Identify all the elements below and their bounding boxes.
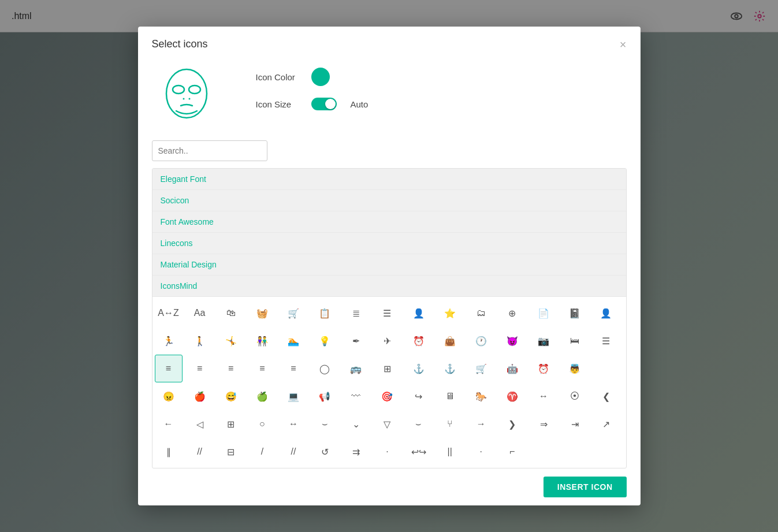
icon-cell[interactable]: ⌣: [311, 410, 338, 438]
icon-cell[interactable]: 😅: [217, 382, 245, 410]
modal-close-button[interactable]: ×: [620, 39, 627, 50]
icon-cell[interactable]: 📓: [561, 299, 589, 327]
icon-cell[interactable]: ↔: [280, 410, 307, 438]
insert-icon-button[interactable]: INSERT ICON: [544, 477, 627, 497]
icon-cell[interactable]: ||: [436, 438, 464, 466]
icon-cell[interactable]: ↪: [405, 382, 433, 410]
icon-cell[interactable]: ⇉: [342, 438, 370, 466]
icon-cell[interactable]: 🕐: [467, 327, 495, 355]
icon-cell[interactable]: ⌣: [405, 410, 433, 438]
icon-cell[interactable]: ☰: [592, 327, 620, 355]
icon-size-toggle[interactable]: [311, 98, 337, 110]
icon-cell[interactable]: ≡: [248, 355, 276, 382]
icon-cell[interactable]: Aa: [186, 299, 214, 327]
icon-cell[interactable]: [561, 438, 589, 466]
icon-cell[interactable]: ↔: [530, 382, 557, 410]
icon-cell[interactable]: 🚶: [186, 327, 214, 355]
category-elegant-font[interactable]: Elegant Font: [152, 169, 626, 190]
icon-cell[interactable]: [592, 355, 620, 382]
icon-cell[interactable]: ❮: [592, 382, 620, 410]
icon-cell[interactable]: ⊕: [498, 299, 526, 327]
icon-cell[interactable]: 🐎: [467, 382, 495, 410]
icon-cell[interactable]: ⑂: [436, 410, 464, 438]
icon-cell[interactable]: ↗: [592, 410, 620, 438]
icon-cell[interactable]: ·: [467, 438, 495, 466]
icon-cell[interactable]: ⏰: [405, 327, 433, 355]
icon-cell[interactable]: ≣: [342, 299, 370, 327]
icon-cell[interactable]: A↔Z: [155, 299, 183, 327]
category-iconsmind[interactable]: IconsMind: [152, 276, 626, 297]
icon-cell[interactable]: →: [467, 410, 495, 438]
icon-cell[interactable]: ✈: [373, 327, 401, 355]
category-material-design[interactable]: Material Design: [152, 254, 626, 276]
icon-cell[interactable]: ↩↪: [405, 438, 433, 466]
icon-cell[interactable]: 😈: [498, 327, 526, 355]
icon-cell[interactable]: //: [280, 438, 307, 466]
icon-cell[interactable]: ⊞: [373, 355, 401, 382]
icon-cell[interactable]: 👤: [405, 299, 433, 327]
icon-cell[interactable]: 🤸: [217, 327, 245, 355]
icon-cell[interactable]: ⏰: [530, 355, 557, 382]
icon-cell[interactable]: ♈: [498, 382, 526, 410]
icon-cell[interactable]: ⦿: [561, 382, 589, 410]
icon-cell[interactable]: [592, 438, 620, 466]
icon-cell[interactable]: 📢: [311, 382, 338, 410]
icon-cell[interactable]: 🛒: [280, 299, 307, 327]
icon-cell[interactable]: /: [248, 438, 276, 466]
icon-cell[interactable]: 🗂: [467, 299, 495, 327]
icon-cell[interactable]: ·: [373, 438, 401, 466]
icon-cell[interactable]: 〰: [342, 382, 370, 410]
category-socicon[interactable]: Socicon: [152, 190, 626, 211]
icon-cell[interactable]: //: [186, 438, 214, 466]
icon-color-picker[interactable]: [311, 68, 330, 86]
icon-cell[interactable]: ⌐: [498, 438, 526, 466]
icon-cell[interactable]: ←: [155, 410, 183, 438]
icon-scroll-area[interactable]: Elegant Font Socicon Font Awesome Lineco…: [152, 169, 626, 468]
icon-cell[interactable]: ↺: [311, 438, 338, 466]
icon-cell[interactable]: 🏃: [155, 327, 183, 355]
icon-cell[interactable]: ☰: [373, 299, 401, 327]
icon-cell[interactable]: 💻: [280, 382, 307, 410]
icon-cell[interactable]: 😠: [155, 382, 183, 410]
icon-cell[interactable]: 🍎: [186, 382, 214, 410]
icon-cell[interactable]: ○: [248, 410, 276, 438]
icon-cell[interactable]: ⇒: [530, 410, 557, 438]
icon-cell[interactable]: ⇥: [561, 410, 589, 438]
icon-cell[interactable]: ▽: [373, 410, 401, 438]
icon-cell[interactable]: 🏊: [280, 327, 307, 355]
icon-cell[interactable]: 🛒: [467, 355, 495, 382]
category-linecons[interactable]: Linecons: [152, 233, 626, 254]
icon-cell[interactable]: 🛏: [561, 327, 589, 355]
icon-cell[interactable]: 🤖: [498, 355, 526, 382]
icon-cell[interactable]: ◁: [186, 410, 214, 438]
icon-cell[interactable]: ◯: [311, 355, 338, 382]
icon-cell[interactable]: 🚌: [342, 355, 370, 382]
icon-cell[interactable]: ⌄: [342, 410, 370, 438]
icon-cell[interactable]: 🖥: [436, 382, 464, 410]
icon-cell[interactable]: 👜: [436, 327, 464, 355]
icon-cell[interactable]: 📄: [530, 299, 557, 327]
icon-cell[interactable]: ≡: [186, 355, 214, 382]
icon-cell[interactable]: ⊞: [217, 410, 245, 438]
icon-cell[interactable]: 🍏: [248, 382, 276, 410]
icon-cell[interactable]: ∥: [155, 438, 183, 466]
icon-cell[interactable]: [530, 438, 557, 466]
icon-cell[interactable]: 🧺: [248, 299, 276, 327]
icon-cell[interactable]: ⭐: [436, 299, 464, 327]
icon-cell[interactable]: 👤: [592, 299, 620, 327]
icon-cell[interactable]: ≡: [155, 355, 183, 382]
category-font-awesome[interactable]: Font Awesome: [152, 211, 626, 233]
icon-cell[interactable]: ✒: [342, 327, 370, 355]
icon-cell[interactable]: 💡: [311, 327, 338, 355]
icon-cell[interactable]: ≡: [280, 355, 307, 382]
icon-cell[interactable]: 🎯: [373, 382, 401, 410]
icon-cell[interactable]: 🛍: [217, 299, 245, 327]
icon-cell[interactable]: 📋: [311, 299, 338, 327]
icon-cell[interactable]: ❯: [498, 410, 526, 438]
icon-cell[interactable]: 👫: [248, 327, 276, 355]
search-input[interactable]: [152, 140, 267, 161]
icon-cell[interactable]: ⚓: [405, 355, 433, 382]
icon-cell[interactable]: ≡: [217, 355, 245, 382]
icon-cell[interactable]: 👼: [561, 355, 589, 382]
icon-cell[interactable]: ⊟: [217, 438, 245, 466]
